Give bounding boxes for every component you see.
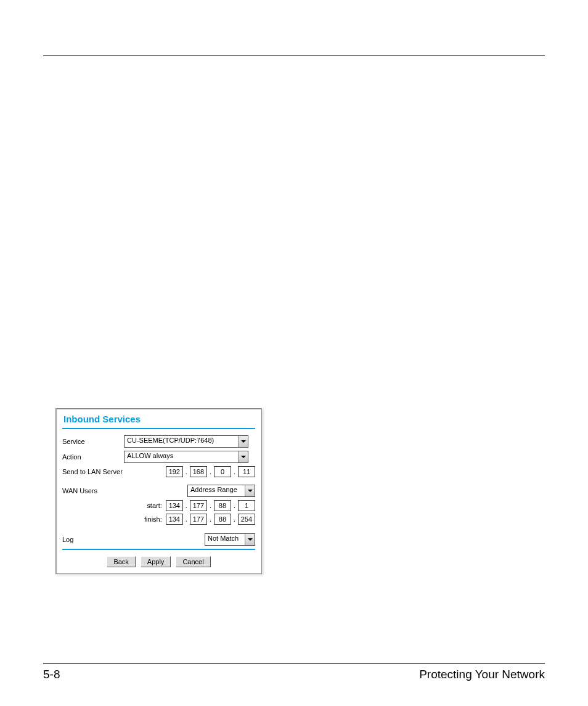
action-row: Action ALLOW always [62,451,255,463]
log-value: Not Match [205,534,245,545]
ip-dot: . [209,502,212,509]
ip-dot: . [185,468,188,475]
wan-finish-octet-1[interactable] [166,514,183,525]
log-row: Log Not Match [62,533,255,546]
action-label: Action [62,453,124,461]
wan-finish-ip-group: . . . [166,514,255,525]
chevron-down-icon[interactable] [238,436,248,447]
wan-users-dropdown[interactable]: Address Range [187,485,255,497]
ip-dot: . [209,468,212,475]
chevron-down-icon[interactable] [245,485,255,496]
divider [62,428,255,429]
wan-start-label: start: [147,502,161,509]
wan-start-octet-3[interactable] [214,500,231,511]
wan-start-octet-4[interactable] [238,500,255,511]
ip-dot: . [233,468,236,475]
wan-finish-row: finish: . . . [62,514,255,525]
lan-server-row: Send to LAN Server . . . [62,466,255,477]
wan-start-octet-2[interactable] [190,500,207,511]
panel-title: Inbound Services [63,414,255,424]
lan-ip-octet-4[interactable] [238,466,255,477]
service-row: Service CU-SEEME(TCP/UDP:7648) [62,435,255,448]
wan-users-value: Address Range [188,485,245,496]
back-button[interactable]: Back [107,556,135,567]
service-label: Service [62,438,124,445]
ip-dot: . [185,515,188,523]
log-dropdown[interactable]: Not Match [205,533,255,546]
ip-dot: . [233,502,236,509]
chevron-down-icon[interactable] [238,451,248,462]
footer-rule [43,663,545,664]
divider [62,549,255,550]
service-value: CU-SEEME(TCP/UDP:7648) [125,436,238,447]
wan-finish-octet-2[interactable] [190,514,207,525]
lan-ip-octet-2[interactable] [190,466,207,477]
wan-finish-octet-3[interactable] [214,514,231,525]
ip-dot: . [185,502,188,509]
button-row: Back Apply Cancel [62,556,255,567]
top-horizontal-rule [43,55,545,56]
section-title: Protecting Your Network [419,668,545,681]
lan-ip-octet-1[interactable] [166,466,183,477]
inbound-services-panel: Inbound Services Service CU-SEEME(TCP/UD… [55,408,262,574]
wan-start-octet-1[interactable] [166,500,183,511]
lan-server-label: Send to LAN Server [62,468,142,475]
cancel-button[interactable]: Cancel [176,556,210,567]
wan-start-ip-group: . . . [166,500,255,511]
page-number: 5-8 [43,668,60,681]
service-dropdown[interactable]: CU-SEEME(TCP/UDP:7648) [124,435,248,448]
log-label: Log [62,536,124,543]
ip-dot: . [209,515,212,523]
lan-ip-group: . . . [166,466,255,477]
wan-finish-label: finish: [144,515,162,523]
lan-ip-octet-3[interactable] [214,466,231,477]
chevron-down-icon[interactable] [245,534,255,545]
wan-start-row: start: . . . [62,500,255,511]
action-value: ALLOW always [125,451,238,462]
apply-button[interactable]: Apply [141,556,171,567]
page-footer: 5-8 Protecting Your Network [43,663,545,681]
wan-users-label: WAN Users [62,487,124,495]
action-dropdown[interactable]: ALLOW always [124,451,248,463]
wan-users-row: WAN Users Address Range [62,485,255,497]
wan-finish-octet-4[interactable] [238,514,255,525]
ip-dot: . [233,515,236,523]
